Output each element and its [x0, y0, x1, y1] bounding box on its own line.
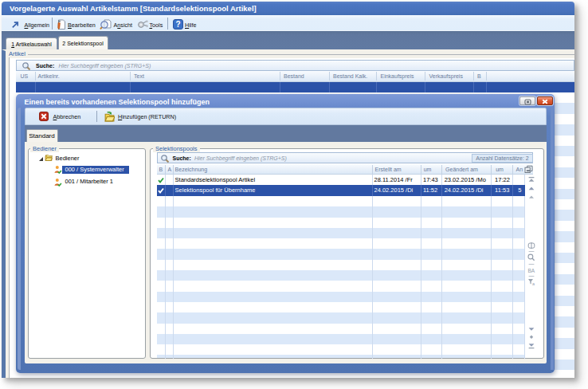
svg-text:a: a [532, 281, 535, 286]
svg-text:?: ? [175, 20, 180, 29]
svg-text:BA: BA [527, 268, 535, 273]
